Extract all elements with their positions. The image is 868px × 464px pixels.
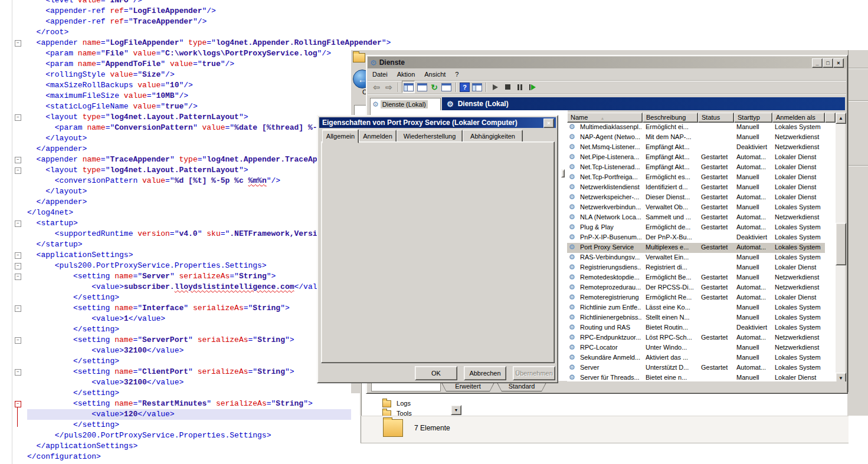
- service-row[interactable]: ⚙Routing und RASBietet Routin...Deaktivi…: [567, 323, 825, 333]
- service-row[interactable]: ⚙Net.Msmq-Listener...Empfängt Akt...Deak…: [567, 143, 825, 153]
- tab-allgemein[interactable]: Allgemein: [322, 129, 359, 143]
- menu-aktion[interactable]: Aktion: [392, 70, 420, 79]
- scroll-up-button[interactable]: ▲: [836, 113, 846, 124]
- code-line[interactable]: </root>: [27, 27, 351, 38]
- code-line[interactable]: </setting>: [27, 356, 351, 367]
- code-line[interactable]: <param name="File" value="C:\work\logs\P…: [27, 48, 351, 59]
- fold-marker[interactable]: −: [15, 252, 21, 259]
- services-titlebar[interactable]: ⚙ Dienste _ □ ×: [368, 57, 846, 68]
- properties-icon[interactable]: [417, 82, 427, 92]
- service-row[interactable]: ⚙Multimediaklassenpl...Ermöglicht ei...M…: [567, 123, 825, 133]
- code-line[interactable]: <maximumFileSize value="10MB"/>: [27, 91, 351, 101]
- service-row[interactable]: ⚙NLA (Network Loca...Sammelt und ...Gest…: [567, 213, 825, 223]
- editor-fold-gutter[interactable]: −−−−−−−−−−−−: [0, 0, 27, 464]
- start-service-icon[interactable]: [490, 82, 500, 92]
- code-line[interactable]: </layout>: [27, 133, 351, 144]
- show-console-tree-icon[interactable]: [402, 81, 415, 93]
- service-row[interactable]: ⚙Registrierungsdiens...Registriert di...…: [567, 263, 825, 273]
- service-row[interactable]: ⚙NAP-Agent (Netwo...Mit dem NAP-...Manue…: [567, 133, 825, 143]
- tree-root-item[interactable]: ⚙ Dienste (Lokal): [370, 98, 441, 110]
- menu-help[interactable]: ?: [450, 70, 463, 79]
- menu-datei[interactable]: Datei: [368, 70, 392, 79]
- fold-marker[interactable]: −: [15, 274, 21, 280]
- code-line[interactable]: </setting>: [27, 292, 351, 303]
- restart-service-icon[interactable]: [527, 82, 538, 92]
- code-line[interactable]: <puls200.PortProxyService.Properties.Set…: [27, 261, 351, 271]
- close-button[interactable]: ×: [833, 58, 844, 68]
- code-line[interactable]: <conversionPattern value="%d [%t] %-5p %…: [27, 176, 351, 186]
- code-line[interactable]: <value>subscriber.lloydslistintelligence…: [27, 282, 351, 292]
- explorer-dropdown-button[interactable]: ▼: [451, 405, 461, 415]
- service-row-selected[interactable]: ⚙Port Proxy ServiceMultiplexes e...Gesta…: [567, 243, 825, 253]
- standard-view-icon[interactable]: [471, 82, 482, 92]
- maximize-button[interactable]: □: [823, 58, 833, 68]
- service-row[interactable]: ⚙Net.Pipe-Listenera...Empfängt Akt...Ges…: [567, 153, 825, 163]
- code-line[interactable]: <setting name="Interface" serializeAs="S…: [27, 303, 351, 314]
- minimize-button[interactable]: _: [812, 58, 823, 68]
- fold-marker[interactable]: −: [15, 221, 21, 227]
- stop-service-icon[interactable]: [502, 82, 513, 92]
- code-line[interactable]: </startup>: [27, 239, 351, 250]
- code-line[interactable]: <rollingStyle value="Size"/>: [27, 70, 351, 80]
- service-row[interactable]: ⚙PnP-X-IP-Busenum...Der PnP-X-Bu...Deakt…: [567, 233, 825, 243]
- services-list[interactable]: Name ▲ Beschreibung Status Starttyp Anme…: [567, 113, 836, 383]
- code-line[interactable]: </appender>: [27, 144, 351, 154]
- dialog-close-button[interactable]: ×: [543, 119, 554, 128]
- list-scrollbar[interactable]: ▲ ▼: [836, 113, 845, 383]
- -bernehmen-button[interactable]: Übernehmen: [513, 366, 555, 380]
- code-line[interactable]: <setting name="ServerPort" serializeAs="…: [27, 335, 351, 345]
- pause-service-icon[interactable]: [515, 82, 525, 92]
- code-line[interactable]: <maxSizeRollBackups value="10"/>: [27, 80, 351, 91]
- fold-marker[interactable]: −: [15, 157, 21, 163]
- help-icon[interactable]: ?: [460, 83, 470, 92]
- column-header-name[interactable]: Name ▲: [567, 113, 643, 123]
- code-line[interactable]: <param name="ConversionPattern" value="%…: [27, 123, 351, 133]
- service-row[interactable]: ⚙ServerUnterstützt D...GestartetAutomat.…: [567, 363, 825, 373]
- abbrechen-button[interactable]: Abbrechen: [464, 366, 506, 380]
- ok-button[interactable]: OK: [415, 366, 457, 380]
- back-icon[interactable]: ⇦: [371, 82, 382, 92]
- column-header-anmelden-als[interactable]: Anmelden als: [772, 113, 825, 123]
- code-line[interactable]: <layout type="log4net.Layout.PatternLayo…: [27, 165, 351, 176]
- code-line[interactable]: <value>1</value>: [27, 314, 351, 324]
- services-toolbar[interactable]: ⇦ ⇨ ↻ → ?: [368, 80, 846, 94]
- code-area[interactable]: <level value="INFO"/> <appender-ref ref=…: [27, 0, 351, 462]
- service-row[interactable]: ⚙NetzwerklistendienstIdentifiziert d...G…: [567, 183, 825, 193]
- code-line[interactable]: <appender name="LogFileAppender" type="l…: [27, 38, 351, 48]
- code-line[interactable]: </configuration>: [27, 452, 351, 462]
- menu-ansicht[interactable]: Ansicht: [420, 70, 450, 79]
- column-header-beschreibung[interactable]: Beschreibung: [643, 113, 698, 123]
- service-row[interactable]: ⚙RAS-Verbindungsv...Verwaltet Ein...Manu…: [567, 253, 825, 263]
- tab-abhaengigkeiten[interactable]: Abhängigkeiten: [463, 130, 523, 143]
- code-line[interactable]: <staticLogFileName value="true"/>: [27, 101, 351, 112]
- code-line[interactable]: <param name="AppendToFile" value="true"/…: [27, 59, 351, 70]
- fold-marker-active[interactable]: −: [15, 401, 21, 407]
- code-line[interactable]: <setting name="Server" serializeAs="Stri…: [27, 271, 351, 282]
- fold-marker[interactable]: −: [15, 337, 21, 344]
- code-line[interactable]: <appender-ref ref="LogFileAppender"/>: [27, 6, 351, 17]
- scrollbar-thumb[interactable]: [836, 223, 846, 265]
- code-line[interactable]: </setting>: [27, 388, 351, 399]
- services-menubar[interactable]: Datei Aktion Ansicht ?: [368, 68, 846, 81]
- code-line[interactable]: </setting>: [27, 420, 351, 430]
- column-header-starttyp[interactable]: Starttyp: [734, 113, 772, 123]
- fold-marker[interactable]: −: [15, 305, 21, 312]
- code-line[interactable]: <value>32100</value>: [27, 377, 351, 388]
- code-line[interactable]: <applicationSettings>: [27, 250, 351, 261]
- service-row[interactable]: ⚙Netzwerkverbindun...Verwaltet Ob...Gest…: [567, 203, 825, 213]
- service-row[interactable]: ⚙Plug & PlayErmöglicht de...GestartetAut…: [567, 223, 825, 233]
- column-header-status[interactable]: Status: [698, 113, 734, 123]
- service-row[interactable]: ⚙Sekundäre Anmeld...Aktiviert das ...Man…: [567, 353, 825, 363]
- service-row[interactable]: ⚙Richtlinie zum Entfe...Lässt eine Ko...…: [567, 303, 825, 313]
- code-line[interactable]: <appender name="TraceAppender" type="log…: [27, 154, 351, 165]
- fold-marker[interactable]: −: [15, 40, 21, 47]
- code-line[interactable]: <value>32100</value>: [27, 345, 351, 356]
- code-line[interactable]: <startup>: [27, 218, 351, 229]
- code-line[interactable]: <setting name="RestartMinutes" serialize…: [27, 399, 351, 409]
- file-row[interactable]: Tools: [382, 410, 412, 416]
- code-line[interactable]: </appender>: [27, 197, 351, 208]
- code-line[interactable]: </setting>: [27, 324, 351, 335]
- fold-marker[interactable]: −: [15, 114, 21, 121]
- code-line[interactable]: <value>120</value>: [27, 409, 351, 420]
- export-list-icon[interactable]: →: [441, 82, 452, 92]
